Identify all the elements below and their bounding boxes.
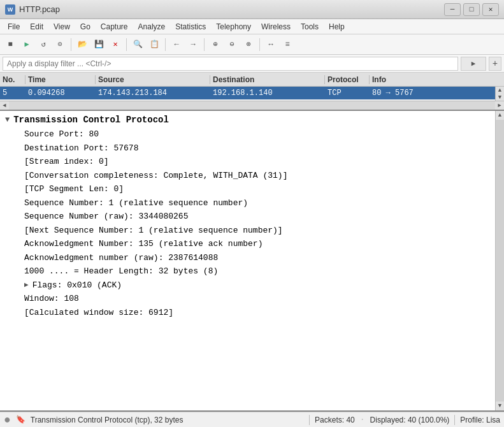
- maximize-button[interactable]: □: [463, 3, 480, 16]
- field-calc-window: [Calculated window size: 6912]: [5, 306, 490, 320]
- detail-content: ▼ Transmission Control Protocol Source P…: [0, 111, 495, 410]
- menu-file[interactable]: File: [3, 21, 25, 33]
- header-time: Time: [25, 75, 96, 84]
- toolbar-prev-btn[interactable]: ←: [169, 37, 184, 52]
- header-source: Source: [96, 75, 210, 84]
- status-divider2: [454, 415, 455, 425]
- detail-panel-scrollbar[interactable]: ▲ ▼: [495, 111, 504, 410]
- menu-go[interactable]: Go: [75, 21, 96, 33]
- field-tcp-segment-len: [TCP Segment Len: 0]: [5, 182, 490, 196]
- packet-list-scrollbar[interactable]: ▲ ▼: [495, 87, 504, 101]
- table-row[interactable]: 5 0.094268 174.143.213.184 192.168.1.140…: [0, 87, 495, 99]
- detail-scrollbar-down[interactable]: ▼: [496, 402, 504, 410]
- filter-add-button[interactable]: +: [489, 57, 501, 71]
- menu-help[interactable]: Help: [324, 21, 350, 33]
- toolbar-zoom-in-btn[interactable]: ⊕: [208, 37, 223, 52]
- packet-list-hscrollbar[interactable]: ◄ ►: [0, 101, 504, 110]
- header-destination: Destination: [210, 75, 325, 84]
- toolbar-open-btn[interactable]: 📂: [75, 37, 90, 52]
- status-displayed: Displayed: 40 (100.0%): [370, 416, 450, 424]
- status-bar: ● 🔖 Transmission Control Protocol (tcp),…: [0, 412, 504, 427]
- menu-telephony[interactable]: Telephony: [211, 21, 256, 33]
- detail-panel: ▼ Transmission Control Protocol Source P…: [0, 111, 504, 412]
- status-info-icon: 🔖: [16, 415, 25, 424]
- minimize-button[interactable]: ─: [444, 3, 461, 16]
- toolbar: ■ ▶ ↺ ⊙ 📂 💾 ✕ 🔍 📋 ← → ⊕ ⊖ ⊗ ↔ ≡: [0, 34, 504, 55]
- filter-apply-button[interactable]: ▶: [461, 57, 486, 71]
- field-flags[interactable]: ▶ Flags: 0x010 (ACK): [5, 279, 490, 293]
- field-conversation: [Conversation completeness: Complete, WI…: [5, 169, 490, 183]
- toolbar-layout-btn[interactable]: ≡: [280, 37, 295, 52]
- status-profile: Profile: Lisa: [460, 416, 500, 424]
- field-seq-raw: Sequence Number (raw): 3344080265: [5, 210, 490, 224]
- field-header-length: 1000 .... = Header Length: 32 bytes (8): [5, 264, 490, 279]
- detail-scrollbar-track[interactable]: [496, 120, 504, 402]
- collapse-icon: ▼: [5, 115, 10, 124]
- field-ack-raw: Acknowledgment number (raw): 2387614088: [5, 251, 490, 265]
- toolbar-close-btn[interactable]: ✕: [108, 37, 123, 52]
- toolbar-zoom-reset-btn[interactable]: ⊗: [241, 37, 256, 52]
- detail-scrollbar-up[interactable]: ▲: [496, 111, 504, 120]
- status-packets: Packets: 40: [315, 416, 355, 424]
- window-title: HTTP.pcap: [19, 4, 444, 14]
- menu-bar: File Edit View Go Capture Analyze Statis…: [0, 19, 504, 34]
- cell-info: 80 → 5767: [370, 89, 495, 98]
- toolbar-zoom-out-btn[interactable]: ⊖: [224, 37, 240, 52]
- tcp-section-title: Transmission Control Protocol: [13, 115, 169, 125]
- hscrollbar-right-arrow[interactable]: ►: [495, 101, 504, 110]
- field-source-port: Source Port: 80: [5, 127, 490, 141]
- toolbar-next-btn[interactable]: →: [185, 37, 201, 52]
- menu-analyze[interactable]: Analyze: [133, 21, 171, 33]
- field-stream-index: [Stream index: 0]: [5, 155, 490, 169]
- packet-list-scroll: 5 0.094268 174.143.213.184 192.168.1.140…: [0, 87, 504, 101]
- toolbar-find-btn[interactable]: 🔍: [130, 37, 145, 52]
- cell-source: 174.143.213.184: [96, 89, 210, 98]
- toolbar-stop-btn[interactable]: ■: [3, 37, 18, 52]
- filter-bar: ▶ +: [0, 55, 504, 73]
- toolbar-sep5: [259, 38, 260, 51]
- header-info: Info: [370, 75, 504, 84]
- menu-tools[interactable]: Tools: [296, 21, 324, 33]
- packet-list-header: No. Time Source Destination Protocol Inf…: [0, 73, 504, 87]
- cell-protocol: TCP: [325, 89, 370, 98]
- hscrollbar-left-arrow[interactable]: ◄: [0, 101, 9, 110]
- field-ack-number: Acknowledgment Number: 135 (relative ack…: [5, 237, 490, 251]
- tcp-section-header[interactable]: ▼ Transmission Control Protocol: [5, 115, 490, 125]
- detail-with-scroll: ▼ Transmission Control Protocol Source P…: [0, 111, 504, 410]
- toolbar-go-btn[interactable]: 📋: [147, 37, 162, 52]
- flags-value: Flags: 0x010 (ACK): [32, 279, 122, 292]
- close-button[interactable]: ✕: [482, 3, 499, 16]
- toolbar-save-btn[interactable]: 💾: [91, 37, 106, 52]
- field-next-seq: [Next Sequence Number: 1 (relative seque…: [5, 224, 490, 238]
- menu-view[interactable]: View: [48, 21, 75, 33]
- field-seq-number: Sequence Number: 1 (relative sequence nu…: [5, 196, 490, 210]
- menu-wireless[interactable]: Wireless: [256, 21, 296, 33]
- header-protocol: Protocol: [325, 75, 370, 84]
- toolbar-sep2: [126, 38, 127, 51]
- toolbar-sep1: [71, 38, 71, 51]
- toolbar-sep4: [204, 38, 205, 51]
- display-filter-input[interactable]: [3, 57, 458, 71]
- window-controls: ─ □ ✕: [444, 3, 499, 16]
- scrollbar-down-arrow[interactable]: ▼: [496, 94, 504, 101]
- hscrollbar-track[interactable]: [9, 101, 495, 110]
- cell-time: 0.094268: [25, 89, 96, 98]
- menu-statistics[interactable]: Statistics: [170, 21, 211, 33]
- toolbar-resize-btn[interactable]: ↔: [263, 37, 278, 52]
- status-bullet1: ·: [360, 415, 365, 424]
- toolbar-options-btn[interactable]: ⊙: [52, 37, 68, 52]
- cell-no: 5: [0, 89, 25, 98]
- menu-edit[interactable]: Edit: [25, 21, 48, 33]
- flags-collapse-icon: ▶: [24, 280, 29, 291]
- toolbar-restart-btn[interactable]: ↺: [36, 37, 51, 52]
- toolbar-start-btn[interactable]: ▶: [19, 37, 34, 52]
- toolbar-sep3: [165, 38, 166, 51]
- packet-list: No. Time Source Destination Protocol Inf…: [0, 73, 504, 111]
- status-description: Transmission Control Protocol (tcp), 32 …: [31, 416, 304, 424]
- scrollbar-up-arrow[interactable]: ▲: [496, 87, 504, 94]
- packet-list-inner: 5 0.094268 174.143.213.184 192.168.1.140…: [0, 87, 495, 101]
- app-icon: W: [5, 4, 15, 15]
- menu-capture[interactable]: Capture: [96, 21, 133, 33]
- field-window: Window: 108: [5, 292, 490, 306]
- status-ready-icon: ●: [4, 414, 11, 426]
